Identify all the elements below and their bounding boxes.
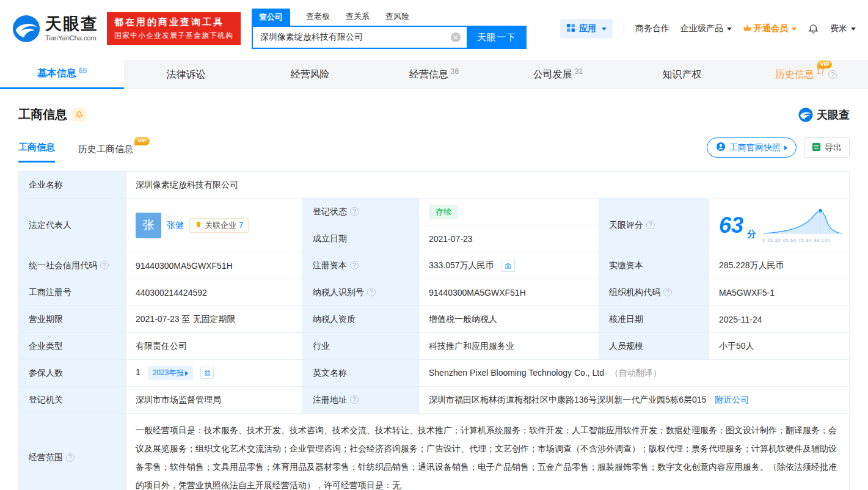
help-icon[interactable] xyxy=(367,288,376,296)
search-tab-boss[interactable]: 查老板 xyxy=(306,11,330,26)
establish-date-value: 2021-07-23 xyxy=(419,225,599,252)
help-icon[interactable] xyxy=(663,288,672,296)
nav-tab-history-info[interactable]: 历史信息 17 VIP xyxy=(744,60,868,89)
search-tab-relation[interactable]: 查关系 xyxy=(346,11,370,26)
field-label-taxpayer-id: 纳税人识别号 xyxy=(303,279,419,306)
nav-tab-label: 经营信息 xyxy=(409,68,448,81)
annual-report-label: 2023年报 xyxy=(153,368,184,378)
arrow-right-icon xyxy=(784,145,787,150)
search-tabs: 查公司 查老板 查关系 查风险 xyxy=(252,9,527,26)
crown-icon xyxy=(743,24,752,34)
logo-text-block: 天眼查 TianYanCha.com xyxy=(45,16,98,42)
capital-bank-icon[interactable] xyxy=(501,260,515,272)
field-label-company-name: 企业名称 xyxy=(19,172,126,199)
nav-tab-basic-info[interactable]: 基本信息65 xyxy=(0,60,124,89)
main-content: 工商信息 天眼查 工商信息 历史工商信息 VIP 工商官网快照 xyxy=(0,106,868,490)
user-name: 费米 xyxy=(830,23,847,34)
export-label: 导出 xyxy=(825,142,842,153)
help-icon[interactable] xyxy=(646,221,655,229)
vip-badge: VIP xyxy=(817,60,833,69)
score-value: 63 xyxy=(719,214,743,236)
org-code-value: MA5GWXF5-1 xyxy=(709,279,850,306)
search-button[interactable]: 天眼一下 xyxy=(467,26,527,49)
apps-label: 应用 xyxy=(579,23,596,34)
nav-tab-operating-risk[interactable]: 经营风险 xyxy=(248,60,372,89)
snapshot-label: 工商官网快照 xyxy=(729,142,781,153)
section-header: 工商信息 天眼查 xyxy=(18,106,850,123)
menu-item-enterprise[interactable]: 企业级产品 xyxy=(680,23,732,34)
nav-tab-label: 基本信息 xyxy=(37,67,76,80)
field-label-paid-capital: 实缴资本 xyxy=(599,252,709,279)
nav-tab-label: 经营风险 xyxy=(291,68,330,81)
chevron-down-icon xyxy=(792,27,797,31)
nav-tab-legal[interactable]: 法律诉讼 xyxy=(124,60,248,89)
approval-date-value: 2025-11-24 xyxy=(709,306,850,333)
search-tab-company[interactable]: 查公司 xyxy=(252,9,290,26)
nav-tab-count: 65 xyxy=(79,67,87,75)
staff-size-value: 小于50人 xyxy=(709,333,850,360)
credit-code-value: 91440300MA5GWXF51H xyxy=(126,252,303,279)
nav-tab-company-development[interactable]: 公司发展31 xyxy=(496,60,620,89)
menu-item-join-vip[interactable]: 开通会员 xyxy=(743,23,797,34)
taxpayer-quality-value: 增值税一般纳税人 xyxy=(419,306,599,333)
related-companies-tag[interactable]: 关联企业 7 xyxy=(189,218,249,233)
nav-tab-label: 法律诉讼 xyxy=(167,68,206,81)
search-box: 天眼一下 xyxy=(252,26,527,49)
official-snapshot-button[interactable]: 工商官网快照 xyxy=(707,137,797,158)
section-brand-text: 天眼查 xyxy=(817,108,850,122)
field-label-staff-size: 人员规模 xyxy=(599,333,709,360)
legal-rep-avatar[interactable]: 张 xyxy=(136,213,161,238)
user-menu[interactable]: 费米 xyxy=(830,23,856,34)
help-icon[interactable] xyxy=(350,207,359,216)
table-row: 统一社会信用代码 91440300MA5GWXF51H 注册资本 333.057… xyxy=(19,252,850,279)
search-area: 查公司 查老板 查关系 查风险 天眼一下 xyxy=(252,9,527,49)
arrow-right-icon xyxy=(185,371,188,376)
top-header: 天眼查 TianYanCha.com 都在用的商业查询工具 国家中小企业发展子基… xyxy=(0,0,868,55)
section-title: 工商信息 xyxy=(18,106,67,123)
help-icon[interactable] xyxy=(350,395,359,404)
nearby-companies-link[interactable]: 附近公司 xyxy=(715,395,749,404)
subtab-business-info[interactable]: 工商信息 xyxy=(18,142,55,163)
field-label-establish-date: 成立日期 xyxy=(303,225,419,252)
menu-divider xyxy=(624,23,624,35)
apps-dropdown[interactable]: 应用 xyxy=(560,19,613,38)
status-badge: 存续 xyxy=(429,205,458,219)
help-icon[interactable] xyxy=(66,453,75,462)
table-row: 营业期限 2021-07-23 至 无固定期限 纳税人资质 增值税一般纳税人 核… xyxy=(19,306,850,333)
search-tab-risk[interactable]: 查风险 xyxy=(385,11,409,26)
annual-report-badge[interactable]: 2023年报 xyxy=(148,366,194,380)
export-button[interactable]: 导出 xyxy=(804,137,850,158)
menu-item-cooperation[interactable]: 商务合作 xyxy=(635,23,669,34)
search-input[interactable] xyxy=(252,26,467,49)
field-label-reg-status: 登记状态 xyxy=(303,199,419,225)
business-scope-value: 一般经营项目是：技术服务、技术开发、技术咨询、技术交流、技术转让、技术推广；计算… xyxy=(126,414,850,490)
legal-rep-link[interactable]: 张健 xyxy=(167,220,184,231)
help-icon[interactable] xyxy=(100,261,109,269)
insured-bank-icon[interactable] xyxy=(200,367,214,379)
field-label-approval-date: 核准日期 xyxy=(599,306,709,333)
export-sheet-icon xyxy=(812,142,821,153)
help-icon[interactable] xyxy=(350,261,359,269)
nav-tab-intellectual-property[interactable]: 知识产权 xyxy=(620,60,744,89)
vip-badge: VIP xyxy=(134,137,150,145)
help-icon[interactable] xyxy=(828,70,837,79)
banner-line2: 国家中小企业发展子基金旗下机构 xyxy=(114,31,233,41)
subscribe-bell-icon[interactable] xyxy=(72,108,86,122)
field-label-business-scope: 经营范围 xyxy=(19,414,126,490)
related-companies-count: 7 xyxy=(239,221,243,230)
nav-tab-label: 知识产权 xyxy=(663,68,702,81)
table-row: 法定代表人 张 张健 关联企业 7 登记状态 xyxy=(19,199,850,225)
table-row: 参保人数 1 2023年报 英文名称 Shenzhen Pixel Bloomi… xyxy=(19,360,850,387)
reg-authority-value: 深圳市市场监督管理局 xyxy=(126,387,303,414)
legal-rep-cell: 张 张健 关联企业 7 xyxy=(126,199,303,252)
nav-tab-count: 17 xyxy=(817,67,825,76)
tianyancha-logo[interactable]: 天眼查 TianYanCha.com xyxy=(12,15,98,43)
field-label-industry: 行业 xyxy=(303,333,419,360)
nav-tab-count: 36 xyxy=(451,67,459,76)
notification-bell-icon[interactable] xyxy=(808,23,819,35)
clear-search-icon[interactable] xyxy=(451,32,461,42)
table-row: 经营范围 一般经营项目是：技术服务、技术开发、技术咨询、技术交流、技术转让、技术… xyxy=(19,414,850,490)
promo-banner: 都在用的商业查询工具 国家中小企业发展子基金旗下机构 xyxy=(107,12,241,45)
subtab-history-business-info[interactable]: 历史工商信息 VIP xyxy=(78,144,133,163)
nav-tab-operating-info[interactable]: 经营信息36 xyxy=(372,60,496,89)
